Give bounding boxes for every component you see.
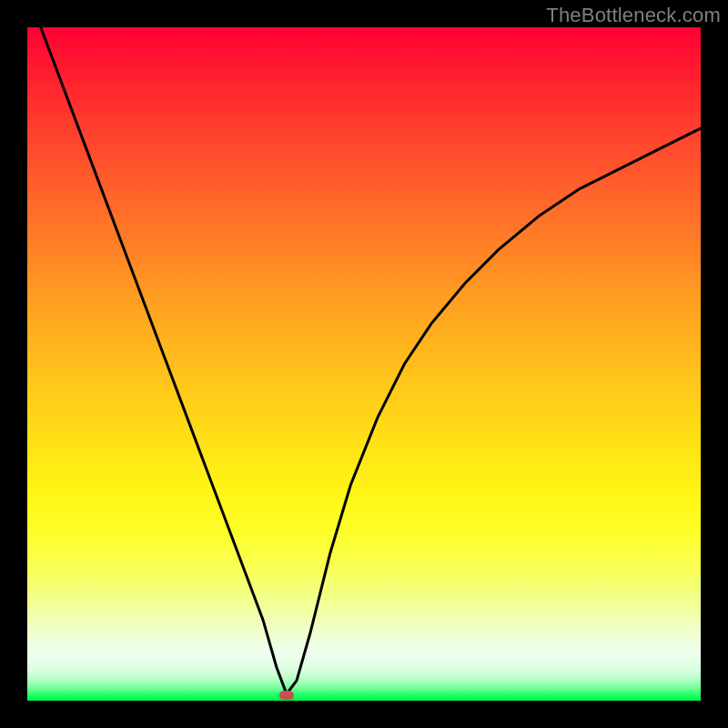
plot-area — [27, 27, 701, 701]
watermark-text: TheBottleneck.com — [546, 4, 721, 27]
bottleneck-curve — [41, 27, 701, 694]
optimum-marker — [279, 691, 294, 700]
curve-layer — [27, 27, 701, 701]
chart-frame: TheBottleneck.com — [0, 0, 728, 728]
